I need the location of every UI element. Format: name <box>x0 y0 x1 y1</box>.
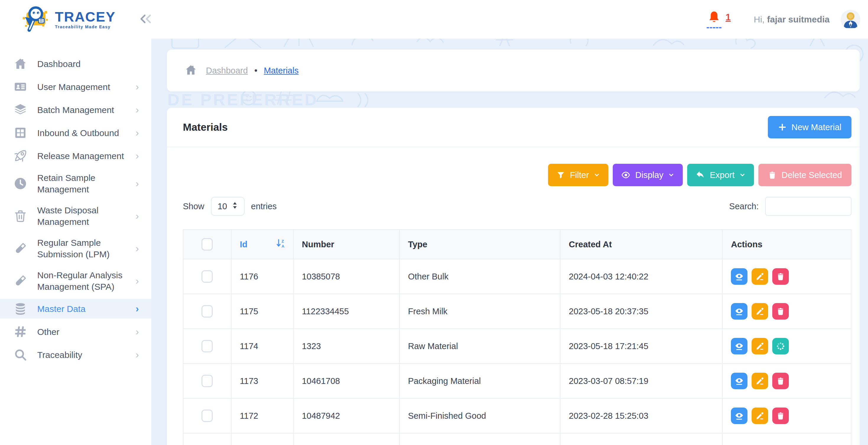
table-row: 1176 10385078 Other Bulk 2024-04-03 12:4… <box>183 260 851 294</box>
notifications[interactable]: 1 <box>707 10 731 28</box>
rocket-icon <box>13 149 27 163</box>
filter-button[interactable]: Filter <box>548 164 608 186</box>
chevron-down-icon <box>593 172 600 178</box>
row-checkbox[interactable] <box>202 410 213 422</box>
page-size-select[interactable]: 10 <box>211 197 245 216</box>
sidebar-item-master-data[interactable]: Master Data › <box>0 299 151 318</box>
sidebar-item-label: Waste Disposal Management <box>37 205 133 228</box>
chevron-right-icon: › <box>135 243 139 254</box>
chevron-right-icon: › <box>135 326 139 337</box>
column-header-id[interactable]: Id ZA <box>231 230 294 259</box>
new-material-button[interactable]: New Material <box>768 116 851 138</box>
avatar[interactable] <box>841 10 860 29</box>
cell-type: Semi-Finished Good <box>400 399 560 433</box>
select-all-checkbox[interactable] <box>202 238 213 250</box>
trash-icon <box>776 377 785 385</box>
column-header-actions: Actions <box>723 230 851 259</box>
row-checkbox[interactable] <box>202 340 213 352</box>
sidebar-item-regular-sample-submission[interactable]: Regular Sample Submission (LPM) › <box>0 234 151 263</box>
tracey-logo[interactable]: TRACEY Traceability Made Easy <box>17 2 133 37</box>
cell-actions <box>723 329 851 363</box>
delete-selected-button[interactable]: Delete Selected <box>758 164 851 186</box>
sort-descending-za-icon[interactable]: ZA <box>276 238 285 250</box>
trash-icon <box>776 411 785 420</box>
cell-created-at: 2023-03-07 08:57:19 <box>560 364 723 398</box>
row-checkbox[interactable] <box>202 305 213 317</box>
filter-label: Filter <box>570 170 589 180</box>
cell-actions <box>723 260 851 294</box>
sidebar-item-inbound-outbound[interactable]: Inbound & Outbound › <box>0 123 151 142</box>
display-button[interactable]: Display <box>613 164 683 186</box>
row-checkbox[interactable] <box>202 375 213 387</box>
edit-button[interactable] <box>752 408 768 424</box>
cell-number: 10461708 <box>294 364 400 398</box>
breadcrumb-link-dashboard[interactable]: Dashboard <box>206 66 248 75</box>
delete-button[interactable] <box>772 268 789 285</box>
export-button[interactable]: Export <box>687 164 754 186</box>
search-input[interactable] <box>765 197 851 216</box>
grid-icon <box>13 126 27 140</box>
chevron-right-icon: › <box>135 275 139 286</box>
edit-button[interactable] <box>752 303 768 319</box>
greeting-prefix: Hi, <box>754 14 765 24</box>
show-label: Show <box>183 202 205 211</box>
database-icon <box>13 302 27 315</box>
view-button[interactable] <box>731 303 747 319</box>
cell-id: 1176 <box>231 260 294 294</box>
sidebar-item-label: User Management <box>37 81 133 93</box>
delete-button[interactable] <box>772 303 789 319</box>
sidebar-item-user-management[interactable]: User Management › <box>0 77 151 97</box>
trash-icon <box>776 307 785 316</box>
cell-type: Other Bulk <box>400 260 560 294</box>
sidebar-item-retain-sample-management[interactable]: Retain Sample Management › <box>0 169 151 198</box>
cell-actions <box>723 399 851 433</box>
sidebar-item-label: Other <box>37 326 133 338</box>
view-button[interactable] <box>731 268 747 285</box>
sidebar-item-other[interactable]: Other › <box>0 322 151 341</box>
brand-name: TRACEY <box>55 10 116 24</box>
content-area: DE PREFERRED Dashboard • Materials Mater… <box>151 39 868 445</box>
sidebar-item-non-regular-analysis-management[interactable]: Non-Regular Analysis Management (SPA) › <box>0 267 151 296</box>
cell-type: Packaging Material <box>400 364 560 398</box>
chevron-right-icon: › <box>135 127 139 138</box>
export-label: Export <box>710 170 735 180</box>
cell-actions <box>723 364 851 398</box>
sidebar-item-waste-disposal-management[interactable]: Waste Disposal Management › <box>0 202 151 231</box>
test-tube-icon <box>13 274 27 288</box>
view-button[interactable] <box>731 338 747 354</box>
view-button[interactable] <box>731 373 747 389</box>
sidebar-item-batch-management[interactable]: Batch Management › <box>0 100 151 119</box>
row-checkbox[interactable] <box>202 270 213 283</box>
eye-icon <box>734 306 744 316</box>
column-header-number[interactable]: Number <box>294 230 400 259</box>
eye-icon <box>621 170 630 180</box>
edit-button[interactable] <box>752 338 768 354</box>
breadcrumb-link-materials[interactable]: Materials <box>264 66 299 75</box>
delete-button[interactable] <box>772 373 789 389</box>
cell-actions <box>723 294 851 329</box>
chevron-down-icon <box>668 172 675 178</box>
edit-button[interactable] <box>752 373 768 389</box>
view-button[interactable] <box>731 408 747 424</box>
svg-text:A: A <box>282 244 284 248</box>
sidebar-item-dashboard[interactable]: Dashboard <box>0 54 151 73</box>
chevron-down-icon <box>739 172 746 178</box>
sidebar-item-label: Dashboard <box>37 58 139 70</box>
cell-id: 1173 <box>231 364 294 398</box>
delete-button[interactable] <box>772 408 789 424</box>
sidebar-item-label: Non-Regular Analysis Management (SPA) <box>37 269 133 293</box>
bell-icon[interactable] <box>707 10 721 28</box>
edit-button[interactable] <box>752 268 768 285</box>
notification-count-badge[interactable]: 1 <box>725 12 731 23</box>
column-header-type[interactable]: Type <box>400 230 560 259</box>
column-header-created-at[interactable]: Created At <box>560 230 723 259</box>
sidebar-item-release-management[interactable]: Release Management › <box>0 146 151 166</box>
brand-tagline: Traceability Made Easy <box>55 25 116 29</box>
collapse-sidebar-icon[interactable] <box>138 12 154 27</box>
display-label: Display <box>635 170 663 180</box>
sidebar-item-traceability[interactable]: Traceability › <box>0 345 151 365</box>
table-row: 1174 1323 Raw Material 2023-05-18 17:21:… <box>183 329 851 364</box>
trash-icon <box>13 209 27 223</box>
chevron-right-icon: › <box>135 81 139 92</box>
spinner-icon <box>776 341 785 351</box>
